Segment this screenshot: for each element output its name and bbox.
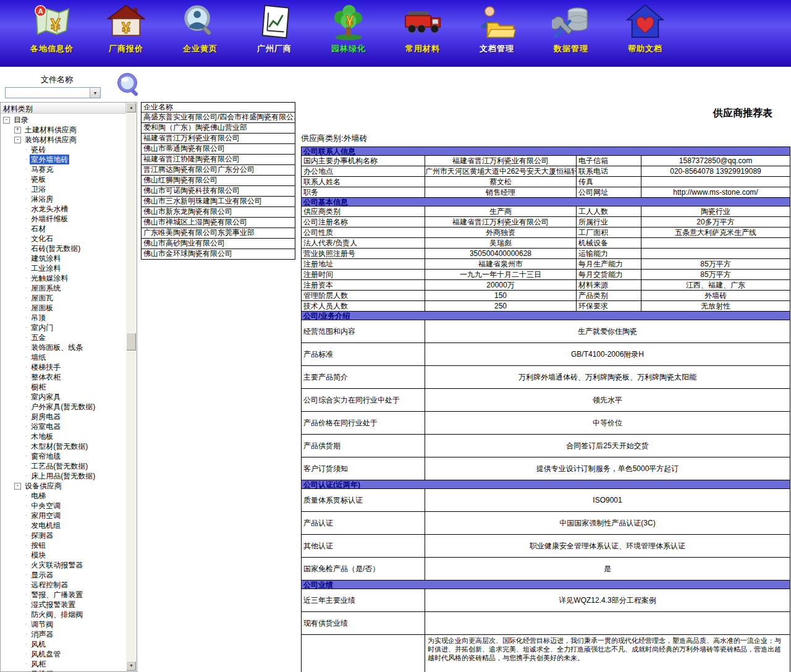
company-list-item[interactable]: 佛山红狮陶瓷有限公司 <box>141 176 295 186</box>
collapse-icon[interactable]: - <box>14 483 21 490</box>
tree-item[interactable]: ·探测器 <box>1 530 126 540</box>
tree-item[interactable]: ·电梯 <box>1 491 126 501</box>
search-button[interactable] <box>115 72 143 100</box>
tree-item[interactable]: ·工艺品(暂无数据) <box>1 461 126 471</box>
tree-item[interactable]: ·楼梯扶手 <box>1 362 126 372</box>
tree-item[interactable]: ·浴室电器 <box>1 422 126 432</box>
company-list-item[interactable]: 佛山市禅城区上湿陶瓷有限公司 <box>141 218 295 228</box>
tree-item[interactable]: ·家用空调 <box>1 511 126 521</box>
company-list-item[interactable]: 福建省晋江协隆陶瓷有限公司 <box>141 155 295 165</box>
tree-item[interactable]: ·建筑涂料 <box>1 253 126 263</box>
tree-item[interactable]: ·防火阀、排烟阀 <box>1 610 126 619</box>
tree-item[interactable]: -设备供应商 <box>1 481 126 491</box>
table-row: 国家免检产品（是/否）是 <box>302 558 790 581</box>
toolbar-item-document-management[interactable]: 文档管理 <box>467 0 527 67</box>
tree-item[interactable]: ·木型材(暂无数据) <box>1 441 126 451</box>
tree-item[interactable]: ·工业涂料 <box>1 263 126 273</box>
tree-item[interactable]: ·装饰面板、线条 <box>1 342 126 352</box>
tree-item[interactable]: -目录 <box>1 115 126 125</box>
tree-item[interactable]: ·火灾联动报警器 <box>1 560 126 570</box>
tree-item[interactable]: ·整体衣柜 <box>1 372 126 382</box>
tree-item[interactable]: ·文化石 <box>1 234 126 244</box>
tree-item[interactable]: ·床上用品(暂无数据) <box>1 471 126 481</box>
toolbar-item-help-docs[interactable]: 帮助文档 <box>615 0 675 67</box>
tree-item[interactable]: ·风机箱 <box>1 669 126 671</box>
field-value: 150 <box>425 291 577 301</box>
tree-item[interactable]: ·瓷板 <box>1 174 126 184</box>
toolbar-item-data-management[interactable]: 数据管理 <box>541 0 601 67</box>
company-list-item[interactable]: 佛山市新东龙陶瓷有限公司 <box>141 207 295 218</box>
filename-label: 文件名称 <box>41 74 73 85</box>
tree-item[interactable]: ·屋面系统 <box>1 283 126 293</box>
toolbar-item-landscaping[interactable]: ¥ 园林绿化 <box>319 0 378 67</box>
tree-item[interactable]: ·警报、广播装置 <box>1 590 126 600</box>
dropdown-arrow-icon[interactable]: ▼ <box>90 88 100 98</box>
tree-item[interactable]: ·橱柜 <box>1 382 126 392</box>
tree-item[interactable]: ·消声器 <box>1 629 126 639</box>
field-value: 提供专业设计订制服务，单色5000平方起订 <box>425 457 790 480</box>
tree-item[interactable]: ·调节阀 <box>1 619 126 629</box>
expand-icon[interactable]: + <box>14 127 21 134</box>
tree-item[interactable]: ·远程控制器 <box>1 580 126 590</box>
tree-item[interactable]: ·室内门 <box>1 323 126 333</box>
tree-item[interactable]: ·屋面瓦 <box>1 293 126 303</box>
tree-item[interactable]: -装饰材料供应商 <box>1 135 126 145</box>
tree-item[interactable]: +土建材料供应商 <box>1 125 126 135</box>
tree-item[interactable]: ·户外家具(暂无数据) <box>1 402 126 412</box>
tree-item[interactable]: ·马赛克 <box>1 164 126 174</box>
tree-item[interactable]: ·木地板 <box>1 432 126 441</box>
scrollbar-thumb[interactable] <box>126 333 137 351</box>
company-list-item[interactable]: 佛山市金环球陶瓷有限公司 <box>141 249 295 260</box>
company-list-item[interactable]: 佛山市三水新明珠建陶工业有限公司 <box>141 197 295 207</box>
collapse-icon[interactable]: - <box>14 137 21 143</box>
tree-item[interactable]: ·瓷砖 <box>1 145 126 155</box>
tree-item[interactable]: ·风柜 <box>1 659 126 669</box>
company-list-item[interactable]: 广东唯美陶瓷有限公司东莞事业部 <box>141 228 295 239</box>
tree-item[interactable]: ·淋浴房 <box>1 194 126 204</box>
tree-leaf-tick-icon: · <box>25 382 27 392</box>
tree-item[interactable]: ·水龙头水槽 <box>1 204 126 214</box>
toolbar-item-guangzhou-vendors[interactable]: 广州厂商 <box>245 0 304 67</box>
tree-scrollbar[interactable]: ▲ ▼ <box>126 103 137 671</box>
section-header: 公司认证(近两年) <box>302 480 790 489</box>
tree-item[interactable]: ·室内家具 <box>1 392 126 402</box>
toolbar-item-common-materials[interactable]: 常用材料 <box>393 0 452 67</box>
company-list-item[interactable]: 福建省晋江万利瓷业有限公司 <box>141 134 295 144</box>
tree-item[interactable]: ·五金 <box>1 333 126 342</box>
field-label: 供应商类别 <box>302 206 425 217</box>
tree-leaf-tick-icon: · <box>25 313 27 323</box>
tree-item[interactable]: ·室外墙地砖 <box>1 155 126 164</box>
tree-item[interactable]: ·厨房电器 <box>1 412 126 422</box>
tree-item[interactable]: ·石砖(暂无数据) <box>1 244 126 253</box>
toolbar-item-regional-info-price[interactable]: A¥ 各地信息价 <box>22 0 82 67</box>
tree-item[interactable]: ·吊顶 <box>1 313 126 323</box>
tree-item[interactable]: ·中央空调 <box>1 501 126 511</box>
filename-select[interactable]: ▼ <box>5 87 101 98</box>
company-list-item[interactable]: 佛山市高砂陶业有限公司 <box>141 239 295 249</box>
company-list-item[interactable]: 佛山市蒂通陶瓷有限公司 <box>141 144 295 155</box>
tree-item[interactable]: ·窗帘地毯 <box>1 451 126 461</box>
tree-item[interactable]: ·按钮 <box>1 540 126 550</box>
scroll-up-icon[interactable]: ▲ <box>126 103 137 113</box>
scroll-down-icon[interactable]: ▼ <box>126 661 137 671</box>
collapse-icon[interactable]: - <box>3 117 10 124</box>
tree-item[interactable]: ·湿式报警装置 <box>1 600 126 610</box>
field-value: 福建省晋江万利瓷业有限公司 <box>425 156 577 166</box>
tree-item[interactable]: ·屋面板 <box>1 303 126 313</box>
tree-item[interactable]: ·发电机组 <box>1 521 126 530</box>
company-list-item[interactable]: 爱和陶（广东）陶瓷佛山营业部 <box>141 123 295 134</box>
company-list-item[interactable]: 晋江腾达陶瓷有限公司广东分公司 <box>141 165 295 176</box>
tree-item[interactable]: ·光触媒涂料 <box>1 273 126 283</box>
tree-item[interactable]: ·墙纸 <box>1 352 126 362</box>
tree-item[interactable]: ·风机 <box>1 639 126 649</box>
tree-item[interactable]: ·卫浴 <box>1 184 126 194</box>
toolbar-item-yellow-pages[interactable]: 企业黄页 <box>171 0 230 67</box>
toolbar-item-vendor-quote[interactable]: ¥ 厂商报价 <box>96 0 156 67</box>
tree-item[interactable]: ·显示器 <box>1 570 126 580</box>
tree-item[interactable]: ·模块 <box>1 550 126 560</box>
tree-item[interactable]: ·风机盘管 <box>1 649 126 659</box>
company-list-item[interactable]: 高盛东普实业有限公司/四会市祥盛陶瓷有限公... <box>141 113 295 123</box>
tree-item[interactable]: ·外墙纤维板 <box>1 214 126 224</box>
company-list-item[interactable]: 佛山市可诺陶瓷科技有限公司 <box>141 186 295 197</box>
tree-item[interactable]: ·石材 <box>1 224 126 234</box>
